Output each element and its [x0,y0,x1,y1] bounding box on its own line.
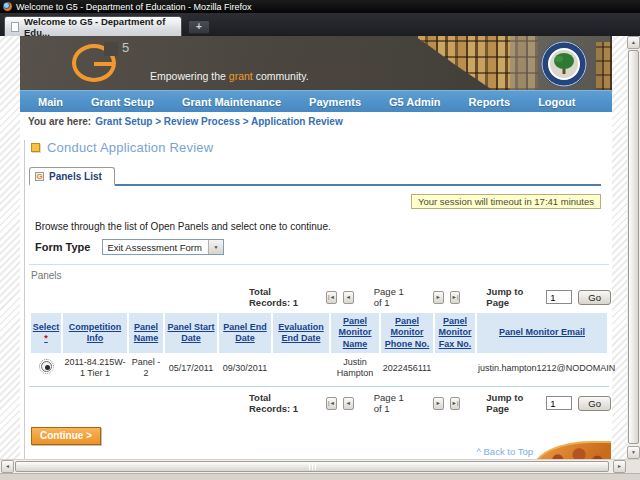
header-select-label: Select [32,322,60,333]
table-bottom-rule [29,386,609,387]
next-page-button[interactable]: ► [433,397,444,410]
table-row: 2011-84.215W-1 Tier 1 Panel - 2 05/17/20… [31,355,607,382]
form-type-value: Exit Assessment Form [103,242,208,253]
cell-monitor-name: Justin Hampton [331,355,379,382]
select-panel-radio[interactable] [41,361,52,372]
prev-page-button[interactable]: ◄ [343,397,354,410]
nav-main[interactable]: Main [38,96,63,108]
header-monitor-name[interactable]: Panel Monitor Name [331,313,379,353]
total-records-label: Total Records: 1 [249,392,308,414]
scroll-down-icon[interactable]: ▼ [627,446,640,459]
section-divider [29,264,609,265]
breadcrumb-path[interactable]: Grant Setup > Review Process > Applicati… [95,116,343,127]
first-page-button[interactable]: |◄ [326,291,337,304]
window-titlebar: Welcome to G5 - Department of Education … [0,0,640,13]
new-tab-button[interactable]: + [188,20,210,34]
header-monitor-email[interactable]: Panel Monitor Email [477,313,607,353]
go-button[interactable]: Go [578,290,611,305]
page-title: Conduct Application Review [47,140,213,155]
page-status: Page 1 of 1 [374,286,413,308]
vertical-scrollbar[interactable]: ▲ ▼ [627,36,640,459]
cell-competition-info: 2011-84.215W-1 Tier 1 [63,355,127,382]
last-page-button[interactable]: ►| [450,291,461,304]
scroll-up-icon[interactable]: ▲ [627,36,640,49]
nav-g5-admin[interactable]: G5 Admin [389,96,441,108]
instruction-text: Browse through the list of Open Panels a… [35,221,611,232]
tab-panels-list-label: Panels List [49,171,102,182]
scrollbar-corner [626,460,640,473]
horizontal-scrollbar[interactable]: ◄ ► [0,459,640,473]
prev-page-button[interactable]: ◄ [343,291,354,304]
continue-button[interactable]: Continue > [31,427,101,445]
page-content: 5 Empowering the grant community. Main G… [20,36,612,459]
required-marker: * [44,333,48,343]
form-type-label: Form Type [35,241,90,253]
nav-payments[interactable]: Payments [309,96,361,108]
page-title-icon [31,143,40,152]
session-timeout-message: Your session will timeout in 17:41 minut… [411,194,601,209]
g5-logo-gap [104,42,118,56]
browser-tab[interactable]: Welcome to G5 - Department of Edu... [4,16,182,36]
browser-tabbar: Welcome to G5 - Department of Edu... + [0,13,640,36]
panels-table: Select* Competition Info Panel Name Pane… [29,311,609,384]
tagline-grant: grant [229,70,253,82]
form-type-select[interactable]: Exit Assessment Form ▼ [102,239,224,255]
scroll-left-icon[interactable]: ◄ [1,460,14,473]
header-monitor-fax[interactable]: Panel Monitor Fax No. [435,313,475,353]
page-icon [11,22,19,32]
header-panel-name[interactable]: Panel Name [129,313,163,353]
bookshelf-image-right [596,42,612,90]
tagline-post: community. [253,70,309,82]
horizontal-scrollbar-thumb[interactable] [15,461,609,472]
firefox-icon [3,2,12,11]
page-margin-right [612,36,627,459]
nav-reports[interactable]: Reports [469,96,511,108]
g5-banner: 5 Empowering the grant community. [20,36,612,90]
nav-logout[interactable]: Logout [538,96,575,108]
header-panel-start-date[interactable]: Panel Start Date [165,313,217,353]
cell-panel-end-date: 09/30/2011 [219,355,271,382]
breadcrumb-prefix: You are here: [28,116,91,127]
pagination-top: Total Records: 1 |◄ ◄ Page 1 of 1 ► ►| J… [249,286,611,308]
banner-tagline: Empowering the grant community. [150,70,309,82]
panel-tabs: G Panels List [29,167,609,186]
header-competition-info[interactable]: Competition Info [63,313,127,353]
browser-window: Welcome to G5 - Department of Education … [0,0,640,480]
back-to-top-link[interactable]: ^ Back to Top [476,446,533,457]
jump-to-page-label: Jump to Page [486,392,536,414]
nav-grant-maintenance[interactable]: Grant Maintenance [182,96,281,108]
education-seal-icon [540,40,588,88]
browser-viewport: 5 Empowering the grant community. Main G… [0,36,640,459]
header-panel-end-date[interactable]: Panel End Date [219,313,271,353]
header-select: Select* [31,313,61,353]
status-bar [0,473,640,480]
cell-monitor-fax [435,355,475,382]
first-page-button[interactable]: |◄ [326,397,337,410]
cell-panel-name: Panel - 2 [129,355,163,382]
jump-to-page-label: Jump to Page [486,286,536,308]
last-page-button[interactable]: ►| [450,397,461,410]
pagination-bottom: Total Records: 1 |◄ ◄ Page 1 of 1 ► ►| J… [249,392,611,414]
header-monitor-phone[interactable]: Panel Monitor Phone No. [381,313,433,353]
cell-monitor-phone: 2022456111 [381,355,433,382]
jump-to-page-input[interactable] [546,290,572,304]
header-evaluation-end-date[interactable]: Evaluation End Date [273,313,329,353]
tab-g5-icon: G [35,172,44,181]
breadcrumb: You are here: Grant Setup > Review Proce… [20,112,612,130]
cell-panel-start-date: 05/17/2011 [165,355,217,382]
panels-section-label: Panels [31,270,611,281]
next-page-button[interactable]: ► [433,291,444,304]
nav-grant-setup[interactable]: Grant Setup [91,96,154,108]
page-status: Page 1 of 1 [374,392,413,414]
jump-to-page-input[interactable] [546,396,572,410]
chevron-down-icon[interactable]: ▼ [208,240,223,254]
go-button[interactable]: Go [578,396,611,411]
cell-evaluation-end-date [273,355,329,382]
scroll-right-icon[interactable]: ► [613,460,626,473]
page-margin-left [0,36,20,459]
vertical-scrollbar-thumb[interactable] [628,50,639,444]
main-content: Conduct Application Review G Panels List… [24,140,611,469]
window-title: Welcome to G5 - Department of Education … [16,2,251,12]
tab-panels-list[interactable]: G Panels List [29,167,115,186]
grip-icon [312,463,313,470]
